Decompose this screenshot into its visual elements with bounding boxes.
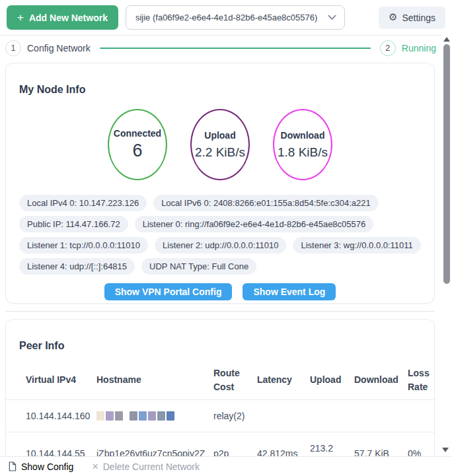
tag-listener-0: Listener 0: ring://fa06f9e2-e6e4-4e1d-82…	[135, 216, 374, 232]
peer2-upload: 213.2	[310, 432, 354, 456]
plus-icon: +	[17, 12, 24, 23]
download-gauge: Download 1.8 KiB/s	[273, 109, 332, 180]
tag-listener-3: Listener 3: wg://0.0.0.0:11011	[293, 237, 420, 254]
tag-local-ipv6: Local IPv6 0: 2408:8266:e01:155a:8d54:5f…	[153, 195, 379, 211]
peer-card-title: Peer Info	[19, 340, 434, 352]
peer2-virtual-ipv4: 10.144.144.55	[6, 432, 96, 456]
show-event-log-button[interactable]: Show Event Log	[243, 283, 336, 300]
vertical-scrollbar[interactable]	[441, 35, 452, 456]
peer-table-row: 10.144.144.55 iZbp1e26yt6uz7cn5opiy2Z p2…	[6, 432, 434, 456]
tag-udp-nat-type: UDP NAT Type: Full Cone	[141, 258, 256, 275]
col-download: Download	[354, 361, 408, 400]
peer-table-header-row: Virtual IPv4 Hostname Route Cost Latency…	[6, 361, 434, 400]
settings-label: Settings	[402, 13, 435, 23]
stepper-connector-line	[100, 48, 371, 49]
tag-local-ipv4: Local IPv4 0: 10.147.223.126	[19, 195, 147, 211]
col-upload: Upload	[310, 361, 354, 400]
upload-gauge-value: 2.2 KiB/s	[195, 145, 245, 160]
file-icon	[8, 461, 17, 471]
peer-table: Virtual IPv4 Hostname Route Cost Latency…	[6, 361, 434, 456]
scroll-down-arrow-icon[interactable]	[442, 448, 449, 452]
peer2-latency: 42.812ms	[257, 432, 310, 456]
tag-public-ip: Public IP: 114.47.166.72	[19, 216, 128, 232]
peer1-upload	[310, 399, 354, 432]
chevron-down-icon	[328, 15, 336, 20]
peer1-latency	[257, 399, 310, 432]
node-card-title: My Node Info	[19, 84, 421, 96]
show-config-button[interactable]: Show Config	[8, 461, 73, 472]
network-select-value: sijie (fa06f9e2-e6e4-4e1d-82b6-e45ae8c05…	[135, 13, 328, 22]
col-virtual-ipv4: Virtual IPv4	[6, 361, 96, 400]
peer1-virtual-ipv4: 10.144.144.160	[6, 399, 96, 432]
node-gauges: Connected 6 Upload 2.2 KiB/s Download 1.…	[19, 109, 421, 180]
step-running[interactable]: 2 Running	[380, 40, 436, 56]
my-node-info-card: My Node Info Connected 6 Upload 2.2 KiB/…	[5, 63, 435, 304]
col-hostname: Hostname	[96, 361, 213, 400]
step-config-network[interactable]: 1 Config Network	[5, 40, 91, 56]
step2-label: Running	[402, 43, 436, 53]
peer-info-card: Peer Info Virtual IPv4 Hostname Route Co…	[5, 319, 435, 456]
add-new-network-button[interactable]: + Add New Network	[7, 5, 118, 30]
peer2-hostname: iZbp1e26yt6uz7cn5opiy2Z	[96, 432, 213, 456]
tag-listener-1: Listener 1: tcp://0.0.0.0:11010	[19, 237, 148, 254]
upload-gauge: Upload 2.2 KiB/s	[190, 109, 250, 180]
connected-gauge-value: 6	[132, 141, 142, 161]
col-route-cost: Route Cost	[213, 361, 257, 400]
col-latency: Latency	[257, 361, 310, 400]
show-vpn-portal-config-button[interactable]: Show VPN Portal Config	[104, 283, 233, 300]
delete-current-network-button[interactable]: × Delete Current Network	[92, 461, 200, 472]
add-new-network-label: Add New Network	[29, 13, 108, 23]
show-config-label: Show Config	[21, 461, 73, 472]
connected-gauge-label: Connected	[114, 128, 161, 139]
scrollbar-thumb[interactable]	[443, 44, 450, 284]
peer1-hostname	[96, 399, 213, 432]
connected-gauge: Connected 6	[108, 109, 167, 180]
scroll-up-arrow-icon[interactable]	[443, 37, 450, 42]
node-info-tags: Local IPv4 0: 10.147.223.126 Local IPv6 …	[19, 195, 421, 275]
peer2-route-cost: p2p	[213, 432, 257, 456]
x-icon: ×	[92, 461, 98, 472]
peer2-loss-rate: 0%	[408, 432, 434, 456]
settings-button[interactable]: ⚙ Settings	[379, 7, 445, 29]
peer1-loss-rate	[408, 399, 434, 432]
bottom-action-bar: Show Config × Delete Current Network	[0, 456, 452, 476]
step2-number: 2	[380, 40, 396, 56]
node-actions: Show VPN Portal Config Show Event Log	[19, 283, 421, 300]
easytier-app: + Add New Network sijie (fa06f9e2-e6e4-4…	[0, 0, 452, 476]
download-gauge-value: 1.8 KiB/s	[278, 145, 328, 160]
delete-current-network-label: Delete Current Network	[103, 461, 200, 472]
peer-table-row: 10.144.144.160 relay(2)	[6, 399, 434, 432]
col-loss-rate: Loss Rate	[408, 361, 434, 400]
gear-icon: ⚙	[389, 13, 397, 22]
step1-label: Config Network	[27, 43, 91, 53]
download-gauge-label: Download	[281, 130, 325, 141]
card-divider	[5, 311, 435, 312]
peer1-download	[354, 399, 408, 432]
stepper: 1 Config Network 2 Running	[0, 36, 441, 61]
peer2-download: 57.7 KiB	[354, 432, 408, 456]
network-select[interactable]: sijie (fa06f9e2-e6e4-4e1d-82b6-e45ae8c05…	[126, 5, 345, 30]
main-content: My Node Info Connected 6 Upload 2.2 KiB/…	[0, 61, 452, 456]
step1-number: 1	[5, 40, 21, 56]
redacted-hostname	[96, 411, 208, 421]
tag-listener-2: Listener 2: udp://0.0.0.0:11010	[155, 237, 286, 254]
peer1-route-cost: relay(2)	[213, 399, 257, 432]
tag-listener-4: Listener 4: udp://[::]:64815	[19, 258, 135, 275]
upload-gauge-label: Upload	[204, 130, 235, 141]
top-toolbar: + Add New Network sijie (fa06f9e2-e6e4-4…	[0, 0, 452, 36]
